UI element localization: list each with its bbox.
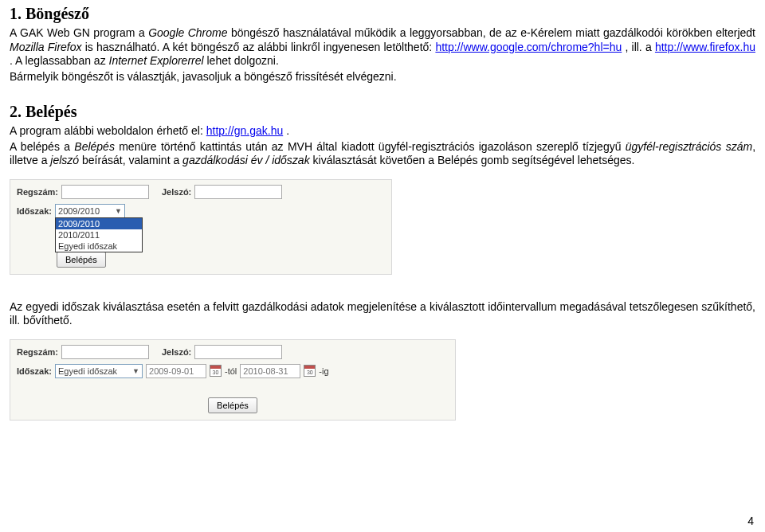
text-italic: gazdálkodási év / időszak: [182, 154, 310, 166]
section2-paragraph2: A belépés a Belépés menüre történő katti…: [10, 140, 755, 168]
text: lehet dolgozni.: [204, 54, 279, 67]
text-italic: Internet Explorerrel: [109, 54, 204, 67]
date-to-input[interactable]: [240, 364, 300, 378]
gn-gak-link[interactable]: http://gn.gak.hu: [206, 124, 284, 137]
idoszak-label: Időszak:: [17, 366, 52, 376]
jelszo-label: Jelszó:: [162, 347, 191, 357]
regszam-input[interactable]: [61, 185, 149, 199]
login-form-screenshot-1: Regszám: Jelszó: Időszak: 2009/2010 ▼ 20…: [10, 179, 392, 275]
jelszo-input[interactable]: [194, 345, 282, 359]
text: menüre történő kattintás után az MVH ált…: [115, 140, 626, 153]
firefox-link[interactable]: http://www.firefox.hu: [655, 41, 755, 53]
idoszak-label: Időszak:: [17, 206, 52, 216]
text: böngésző használatával működik a leggyor…: [228, 26, 756, 39]
idoszak-option[interactable]: 2009/2010: [56, 218, 142, 229]
login-form-screenshot-2: Regszám: Jelszó: Időszak: Egyedi időszak…: [10, 339, 456, 421]
login-button[interactable]: Belépés: [208, 397, 257, 413]
text: A GAK Web GN program a: [10, 26, 148, 39]
jelszo-input[interactable]: [194, 185, 282, 199]
regszam-label: Regszám:: [17, 187, 58, 197]
text: is használható. A két böngésző az alábbi…: [82, 41, 436, 53]
idoszak-selected-value: 2009/2010: [58, 206, 100, 216]
section1-paragraph1: A GAK Web GN program a Google Chrome bön…: [10, 26, 755, 68]
text: A belépés a: [10, 140, 74, 153]
egyedi-idoszak-paragraph: Az egyedi időszak kiválasztása esetén a …: [10, 300, 755, 328]
chevron-down-icon: ▼: [132, 367, 139, 375]
text: A program alábbi weboldalon érhető el:: [10, 124, 206, 137]
page-number: 4: [747, 514, 754, 527]
section2-paragraph1: A program alábbi weboldalon érhető el: h…: [10, 124, 755, 139]
calendar-icon[interactable]: [304, 365, 316, 377]
idoszak-option[interactable]: Egyedi időszak: [56, 241, 142, 252]
text-italic: Mozilla Firefox: [10, 41, 82, 53]
login-button[interactable]: Belépés: [57, 252, 106, 268]
idoszak-select[interactable]: Egyedi időszak ▼: [55, 364, 143, 378]
chevron-down-icon: ▼: [115, 207, 122, 215]
text-italic: Google Chrome: [148, 26, 227, 39]
regszam-label: Regszám:: [17, 347, 58, 357]
google-chrome-link[interactable]: http://www.google.com/chrome?hl=hu: [435, 41, 622, 53]
text: . A leglassabban az: [10, 54, 109, 67]
calendar-icon[interactable]: [210, 365, 222, 377]
section2-title: 2. Belépés: [10, 103, 755, 121]
idoszak-selected-value: Egyedi időszak: [58, 366, 117, 376]
text-italic: jelszó: [50, 154, 79, 166]
idoszak-dropdown-list: 2009/2010 2010/2011 Egyedi időszak: [55, 217, 143, 252]
idoszak-option[interactable]: 2010/2011: [56, 229, 142, 241]
text: beírását, valamint a: [79, 154, 182, 166]
date-from-input[interactable]: [146, 364, 206, 378]
regszam-input[interactable]: [61, 345, 149, 359]
text: , ill. a: [622, 41, 655, 53]
text: .: [283, 124, 289, 137]
text-italic: ügyfél-regisztrációs szám: [626, 140, 752, 153]
section1-title: 1. Böngésző: [10, 5, 755, 23]
date-from-suffix: -tól: [225, 366, 237, 376]
jelszo-label: Jelszó:: [162, 187, 191, 197]
text: kiválasztását követően a Belépés gomb se…: [310, 154, 635, 166]
section1-paragraph2: Bármelyik böngészőt is választják, javas…: [10, 70, 755, 84]
idoszak-select[interactable]: 2009/2010 ▼: [55, 204, 125, 218]
text-italic: Belépés: [74, 140, 115, 153]
date-to-suffix: -ig: [319, 366, 328, 376]
